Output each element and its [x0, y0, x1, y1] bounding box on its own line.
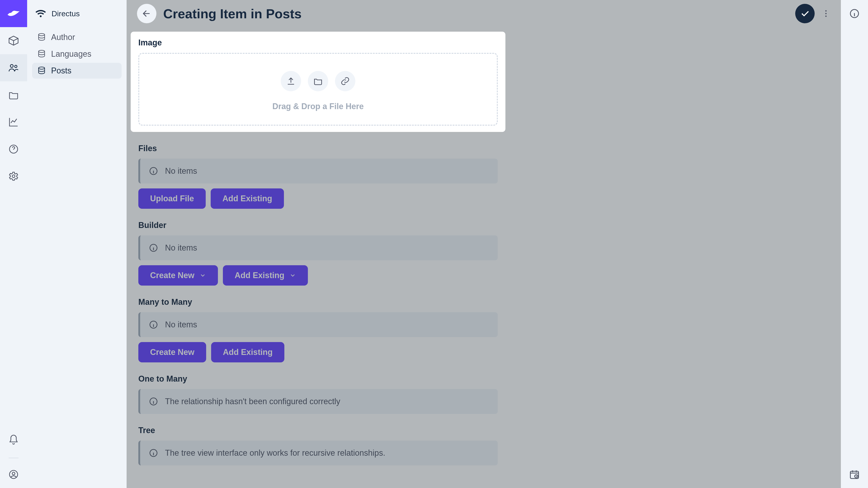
rail-item-content[interactable]	[0, 27, 27, 54]
info-icon	[849, 8, 860, 19]
sidebar-item-author[interactable]: Author	[32, 29, 122, 45]
page-title: Creating Item in Posts	[163, 6, 302, 21]
import-from-url-button[interactable]	[335, 71, 355, 91]
svg-point-5	[12, 472, 15, 475]
rail-item-docs[interactable]	[0, 135, 27, 163]
back-button[interactable]	[137, 4, 156, 23]
right-rail	[841, 0, 868, 488]
database-icon	[37, 66, 46, 75]
dropzone-text: Drag & Drop a File Here	[272, 102, 364, 111]
check-icon	[800, 8, 810, 19]
folder-icon	[313, 76, 323, 86]
brand-name: Directus	[52, 9, 80, 18]
brand-logo[interactable]	[0, 0, 27, 27]
right-rail-info[interactable]	[841, 0, 868, 27]
svg-point-0	[10, 65, 13, 68]
rail-item-files[interactable]	[0, 81, 27, 108]
rail-item-users[interactable]	[0, 54, 27, 81]
save-button[interactable]	[795, 4, 815, 23]
rail-item-settings[interactable]	[0, 163, 27, 190]
more-vertical-icon	[822, 9, 831, 18]
sidebar: Directus Author Languages Posts	[27, 0, 127, 488]
svg-point-1	[15, 65, 17, 68]
sidebar-item-label: Posts	[51, 66, 71, 75]
database-icon	[37, 33, 46, 42]
nav-rail	[0, 0, 27, 488]
main: Creating Item in Posts Image	[127, 0, 841, 488]
sidebar-item-posts[interactable]: Posts	[32, 63, 122, 78]
section-image: Image Drag & Drop a File Here	[131, 32, 505, 132]
svg-point-3	[12, 175, 15, 177]
more-button[interactable]	[822, 4, 831, 23]
choose-from-library-button[interactable]	[308, 71, 328, 91]
wifi-icon	[35, 8, 46, 19]
database-icon	[37, 50, 46, 59]
image-dropzone[interactable]: Drag & Drop a File Here	[138, 53, 498, 126]
svg-point-6	[39, 33, 45, 36]
right-rail-revisions[interactable]	[841, 461, 868, 488]
upload-from-device-button[interactable]	[281, 71, 301, 91]
sidebar-header: Directus	[27, 0, 127, 27]
sidebar-item-label: Languages	[51, 49, 91, 59]
svg-point-8	[39, 67, 45, 69]
link-icon	[340, 76, 350, 86]
sidebar-list: Author Languages Posts	[27, 27, 127, 78]
svg-point-11	[825, 15, 827, 17]
rail-item-notifications[interactable]	[0, 426, 27, 453]
section-label-image: Image	[138, 38, 498, 47]
calendar-icon	[849, 469, 860, 480]
main-header: Creating Item in Posts	[127, 0, 841, 27]
arrow-left-icon	[142, 8, 152, 19]
svg-point-10	[825, 13, 827, 14]
dropzone-icons	[281, 71, 355, 91]
svg-point-7	[39, 50, 45, 53]
sidebar-item-languages[interactable]: Languages	[32, 46, 122, 62]
rail-divider	[8, 458, 19, 458]
sidebar-item-label: Author	[51, 33, 75, 42]
svg-point-9	[825, 10, 827, 11]
rail-item-insights[interactable]	[0, 108, 27, 135]
rail-item-account[interactable]	[0, 461, 27, 488]
upload-icon	[286, 76, 296, 86]
